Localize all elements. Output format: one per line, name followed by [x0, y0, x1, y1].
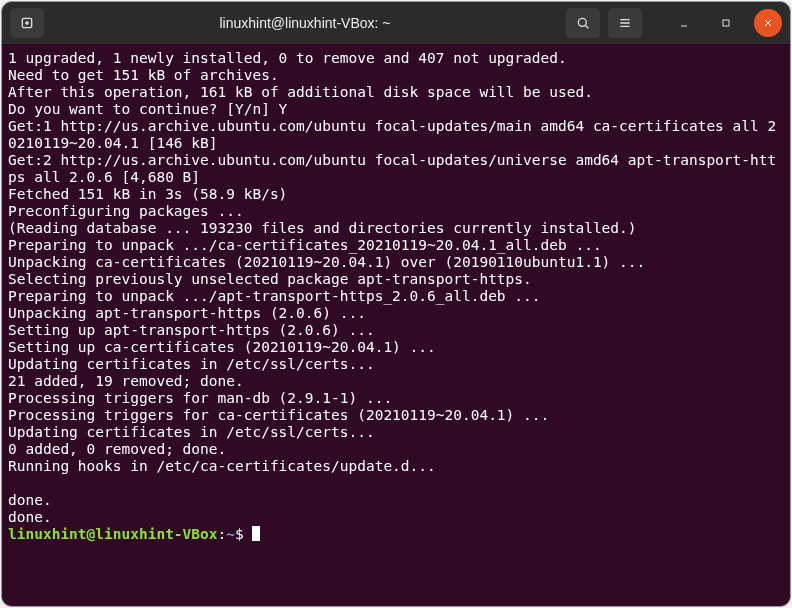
new-tab-button[interactable]	[10, 8, 44, 38]
hamburger-icon	[617, 15, 633, 31]
minimize-icon	[678, 17, 690, 29]
close-button[interactable]	[754, 9, 782, 37]
maximize-button[interactable]	[712, 9, 740, 37]
svg-point-1	[578, 18, 586, 26]
prompt-sigil: $	[235, 526, 244, 542]
svg-rect-2	[723, 20, 729, 26]
titlebar: linuxhint@linuxhint-VBox: ~	[2, 2, 790, 44]
minimize-button[interactable]	[670, 9, 698, 37]
terminal-output: 1 upgraded, 1 newly installed, 0 to remo…	[8, 50, 776, 525]
cursor	[252, 526, 260, 541]
terminal-body[interactable]: 1 upgraded, 1 newly installed, 0 to remo…	[2, 44, 790, 606]
menu-button[interactable]	[608, 8, 642, 38]
close-icon	[762, 17, 774, 29]
prompt-user-host: linuxhint@linuxhint-VBox	[8, 526, 218, 542]
maximize-icon	[720, 17, 732, 29]
window-title: linuxhint@linuxhint-VBox: ~	[52, 15, 558, 31]
terminal-window: linuxhint@linuxhint-VBox: ~ 1 upgraded, …	[2, 2, 790, 606]
prompt-path: ~	[226, 526, 235, 542]
prompt-sep: :	[218, 526, 227, 542]
search-icon	[575, 15, 591, 31]
search-button[interactable]	[566, 8, 600, 38]
new-tab-icon	[19, 15, 35, 31]
